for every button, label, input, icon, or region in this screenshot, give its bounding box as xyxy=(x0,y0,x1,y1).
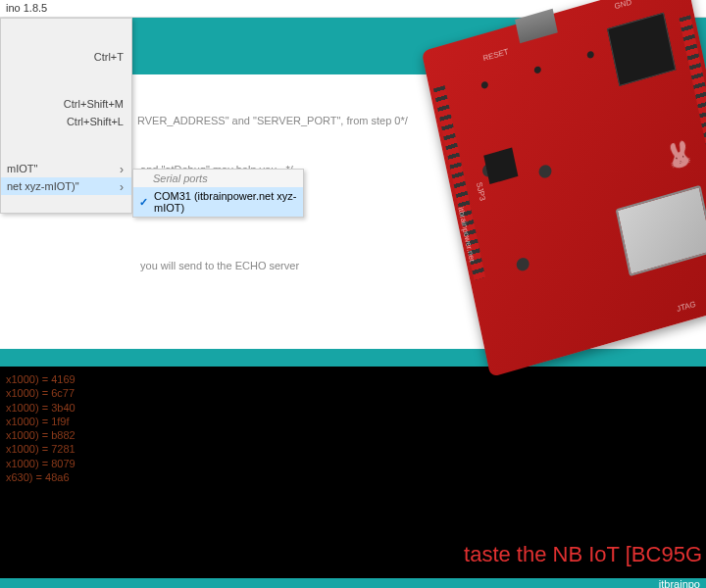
menu-item-serial-monitor[interactable]: Ctrl+Shift+M xyxy=(1,95,131,113)
pcb-chip xyxy=(607,13,676,86)
console-line: x1000) = 6c77 xyxy=(6,386,700,400)
console-output[interactable]: x1000) = 4169 x1000) = 6c77 x1000) = 3b4… xyxy=(0,367,706,531)
pcb-label: RESET xyxy=(482,47,510,63)
menu-item-autoformat[interactable]: Ctrl+T xyxy=(1,48,131,66)
promo-banner: taste the NB IoT [BC95G xyxy=(0,531,706,578)
port-submenu-header: Serial ports xyxy=(133,170,303,187)
console-line: x1000) = 7281 xyxy=(6,442,700,456)
banner-text: taste the NB IoT [BC95G xyxy=(464,542,702,567)
menu-item-port[interactable]: net xyz-mIOT)" xyxy=(1,177,131,195)
pcb-logo-icon xyxy=(662,134,706,183)
menu-item-serial-plotter[interactable]: Ctrl+Shift+L xyxy=(1,113,131,130)
statusbar: itbrainpo xyxy=(0,578,706,588)
pcb-label: GND xyxy=(614,0,632,11)
port-submenu: Serial ports ✓ COM31 (itbrainpower.net x… xyxy=(132,169,304,218)
tools-menu-dropdown: Ctrl+T Ctrl+Shift+M Ctrl+Shift+L mIOT" n… xyxy=(0,18,132,214)
console-line: x1000) = 3b40 xyxy=(6,401,700,415)
pcb-label: JTAG xyxy=(676,300,696,314)
console-line: x1000) = 1f9f xyxy=(6,415,700,428)
pcb-sim-slot xyxy=(616,185,706,276)
pcb-chip xyxy=(483,147,518,184)
port-option-com31[interactable]: ✓ COM31 (itbrainpower.net xyz-mIOT) xyxy=(133,187,303,217)
port-option-label: COM31 (itbrainpower.net xyz-mIOT) xyxy=(154,190,297,214)
checkmark-icon: ✓ xyxy=(139,196,148,209)
console-line: x1000) = b882 xyxy=(6,428,700,442)
console-divider xyxy=(0,349,706,367)
footer-brand: itbrainpo xyxy=(659,578,700,588)
menu-item-board-miot[interactable]: mIOT" xyxy=(1,160,131,177)
pcb-label: SJP3 xyxy=(475,181,487,202)
console-line: x1000) = 4169 xyxy=(6,372,700,386)
console-line: x1000) = 8079 xyxy=(6,457,700,470)
console-line: x630) = 48a6 xyxy=(6,470,700,484)
